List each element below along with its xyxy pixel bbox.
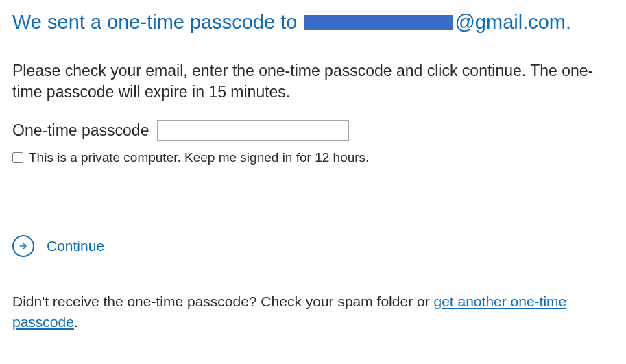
private-computer-label: This is a private computer. Keep me sign… <box>29 149 369 167</box>
heading-email-domain: @gmail.com. <box>455 11 571 33</box>
continue-button[interactable]: Continue <box>12 235 614 257</box>
footer-suffix: . <box>74 314 78 330</box>
instructions-text: Please check your email, enter the one-t… <box>12 60 614 103</box>
page-heading: We sent a one-time passcode to @gmail.co… <box>12 10 614 34</box>
passcode-row: One-time passcode <box>12 119 614 141</box>
private-computer-row: This is a private computer. Keep me sign… <box>12 149 614 167</box>
redacted-email-local <box>304 15 453 30</box>
passcode-input[interactable] <box>157 120 349 141</box>
passcode-label: One-time passcode <box>12 119 149 141</box>
arrow-right-icon <box>12 235 34 257</box>
footer-prefix: Didn't receive the one-time passcode? Ch… <box>12 293 433 309</box>
continue-label: Continue <box>47 236 104 256</box>
footer-text: Didn't receive the one-time passcode? Ch… <box>12 291 614 332</box>
heading-prefix: We sent a one-time passcode to <box>12 11 302 33</box>
private-computer-checkbox[interactable] <box>12 152 23 163</box>
